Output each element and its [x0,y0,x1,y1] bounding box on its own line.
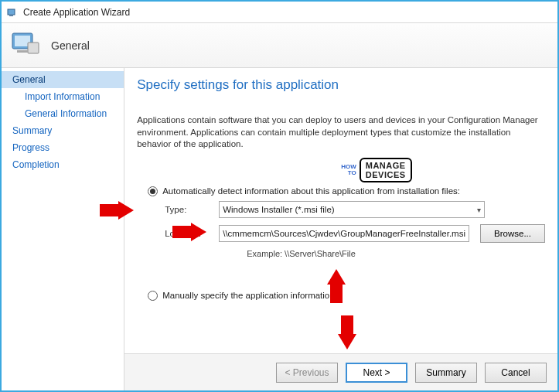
location-value: \\cmmemcm\Sources\Cjwdev\GroupManagerFre… [223,229,465,238]
watermark-text: MANAGE [366,161,406,170]
option-auto-detect[interactable]: Automatically detect information about t… [148,186,545,196]
type-label: Type: [165,205,219,214]
step-completion[interactable]: Completion [2,156,124,173]
location-label: Location: [165,229,219,238]
type-dropdown[interactable]: Windows Installer (*.msi file) ▾ [219,201,485,218]
option-manual[interactable]: Manually specify the application informa… [148,291,545,301]
cancel-button[interactable]: Cancel [485,363,547,383]
content-pane: Specify settings for this application Ap… [124,68,557,390]
location-input[interactable]: \\cmmemcm\Sources\Cjwdev\GroupManagerFre… [219,225,469,242]
page-description: Applications contain software that you c… [137,114,545,151]
svg-rect-1 [9,15,13,16]
step-general-information[interactable]: General Information [2,105,124,122]
app-icon [6,6,19,19]
banner-title: General [51,39,90,52]
computer-icon [9,29,43,62]
previous-button: < Previous [276,363,338,383]
window-title: Create Application Wizard [23,7,130,18]
main-area: General Import Information General Infor… [2,68,557,390]
step-import-information[interactable]: Import Information [2,88,124,105]
next-button[interactable]: Next > [346,363,407,383]
radio-auto-detect[interactable] [148,186,158,196]
radio-manual[interactable] [148,291,158,301]
step-general[interactable]: General [2,71,124,88]
step-summary[interactable]: Summary [2,122,124,139]
watermark-logo: HOW TO MANAGE DEVICES [341,158,411,182]
svg-rect-5 [17,50,28,53]
watermark-text: HOW [341,164,356,170]
option-auto-label: Automatically detect information about t… [162,186,460,196]
wizard-steps: General Import Information General Infor… [2,68,124,390]
option-manual-label: Manually specify the application informa… [162,291,334,300]
svg-marker-9 [338,315,356,349]
wizard-banner: General [2,23,557,68]
watermark-text: TO [341,170,356,176]
chevron-down-icon: ▾ [477,205,481,213]
auto-detect-fields: Type: Windows Installer (*.msi file) ▾ L… [165,201,545,258]
svg-rect-0 [8,9,15,15]
step-progress[interactable]: Progress [2,139,124,156]
svg-rect-4 [28,43,39,53]
watermark-text: DEVICES [366,170,406,179]
summary-button[interactable]: Summary [415,363,477,383]
type-value: Windows Installer (*.msi file) [223,205,334,214]
title-bar: Create Application Wizard [2,2,557,23]
browse-button[interactable]: Browse... [480,224,545,243]
wizard-footer: < Previous Next > Summary Cancel [124,353,557,390]
page-heading: Specify settings for this application [137,77,545,93]
annotation-arrow-icon [338,315,356,349]
location-example: Example: \\Server\Share\File [247,249,545,258]
